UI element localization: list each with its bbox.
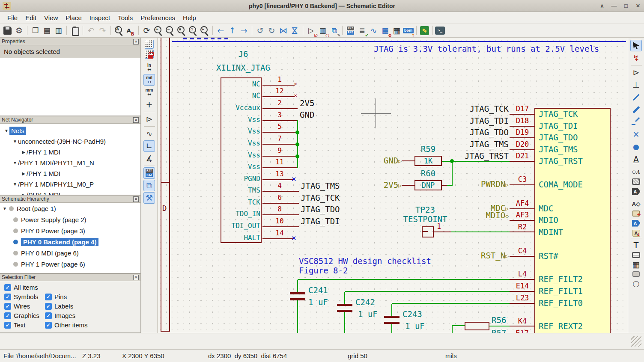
pin-number[interactable]: C3 bbox=[511, 175, 534, 184]
menu-tools[interactable]: Tools bbox=[114, 12, 137, 23]
r60-reference[interactable]: R60 bbox=[414, 169, 442, 178]
ic-pin-name[interactable]: MDC bbox=[539, 204, 553, 213]
wire[interactable] bbox=[402, 160, 414, 161]
checkbox-checked-icon[interactable] bbox=[4, 284, 11, 291]
zoom-fit-icon[interactable]: ▪ bbox=[176, 25, 187, 36]
pin-number[interactable]: D19 bbox=[511, 128, 534, 136]
ic-pin-name[interactable]: RST# bbox=[539, 252, 558, 261]
pin-wire[interactable] bbox=[510, 231, 534, 232]
close-hierarchy-icon[interactable] bbox=[133, 196, 139, 202]
schematic-setup-icon[interactable]: ⚙ bbox=[13, 25, 25, 36]
checkbox-checked-icon[interactable] bbox=[4, 303, 11, 310]
jtag-note-text[interactable]: JTAG is 3.3V tolerant, but runs at 2.5V … bbox=[374, 45, 599, 53]
collapse-icon[interactable]: ▼ bbox=[12, 182, 18, 187]
pin-number[interactable]: 13 bbox=[267, 170, 292, 178]
place-power-icon[interactable]: ⊥ bbox=[630, 79, 642, 91]
net-label-jtag-tdo[interactable]: JTAG_TDO bbox=[301, 205, 340, 214]
pin-name[interactable]: Vss bbox=[222, 116, 260, 124]
fields-table-icon[interactable]: ▦ bbox=[391, 25, 402, 36]
checkbox-checked-icon[interactable] bbox=[45, 322, 52, 329]
net-label-icon[interactable]: A bbox=[630, 154, 642, 165]
net-label-jtag-tms[interactable]: JTAG_TMS bbox=[301, 181, 340, 190]
no-connect-icon[interactable]: ✕ bbox=[630, 129, 642, 140]
junction-icon[interactable]: ● bbox=[630, 141, 642, 153]
net-label[interactable]: JTAG_TRST bbox=[432, 151, 509, 160]
free-angle-lines-icon[interactable]: ∿ bbox=[143, 128, 155, 139]
pin-name[interactable]: TCK bbox=[222, 199, 260, 206]
tp23-reference[interactable]: TP23 bbox=[402, 205, 449, 214]
pin-number[interactable]: 3 bbox=[267, 111, 292, 119]
hierarchy-label[interactable]: PHY 0 MDI (page 6) bbox=[21, 249, 79, 257]
pin-wire[interactable] bbox=[510, 161, 534, 162]
filter-option[interactable]: All items bbox=[4, 284, 136, 291]
hierarchy-label[interactable]: PHY 0 Power (page 3) bbox=[21, 227, 85, 234]
pin-wire[interactable] bbox=[510, 326, 534, 326]
rotate-ccw-icon[interactable]: ↺ bbox=[254, 25, 266, 36]
filter-option[interactable]: Images bbox=[45, 312, 136, 319]
console-icon[interactable]: >_ bbox=[435, 27, 445, 35]
c241-value[interactable]: 1 uF bbox=[308, 298, 328, 307]
r56-body[interactable] bbox=[465, 322, 489, 330]
filter-option[interactable]: Symbols bbox=[4, 293, 45, 300]
bom-icon[interactable]: bom↑ bbox=[402, 25, 414, 36]
net-tree-label[interactable]: /PHY 1 MDI/PHY11_M0_P bbox=[18, 181, 94, 188]
select-icon[interactable] bbox=[630, 40, 642, 51]
pin-number[interactable]: D17 bbox=[511, 105, 534, 113]
ic-pin-name[interactable]: JTAG_TDI bbox=[539, 122, 578, 131]
close-properties-icon[interactable] bbox=[133, 39, 139, 45]
pin-name[interactable]: Vss bbox=[222, 128, 260, 135]
expand-icon[interactable]: ▶ bbox=[21, 193, 27, 195]
capacitor-plate[interactable] bbox=[384, 316, 400, 318]
ic-pin-name[interactable]: COMA_MODE bbox=[539, 180, 583, 189]
pin-wire[interactable] bbox=[262, 179, 293, 180]
close-icon[interactable]: ✕ bbox=[632, 0, 644, 12]
j6-value[interactable]: XILINX_JTAG bbox=[205, 63, 282, 72]
units-inch-icon[interactable]: in bbox=[143, 62, 155, 73]
zoom-selection-icon[interactable]: ▸ bbox=[199, 25, 210, 36]
j6-reference[interactable]: J6 bbox=[222, 50, 265, 59]
text-icon[interactable]: T bbox=[630, 240, 642, 251]
pin-number[interactable]: D21 bbox=[511, 152, 534, 160]
rectangle-icon[interactable] bbox=[632, 271, 640, 277]
c242-value[interactable]: 1 uF bbox=[358, 310, 378, 319]
annotate-auto-icon[interactable]: R??R42 bbox=[143, 167, 155, 179]
pin-name[interactable]: TDI_OUT bbox=[222, 222, 260, 230]
plot-icon[interactable]: ▥ bbox=[53, 25, 64, 36]
wire[interactable] bbox=[345, 291, 510, 292]
net-tree-item[interactable]: ▶/PHY 1 MDI bbox=[0, 147, 140, 157]
ic-pin-name[interactable]: REF_REXT2 bbox=[539, 322, 583, 331]
find-icon[interactable]: A bbox=[113, 25, 125, 36]
menu-inspect[interactable]: Inspect bbox=[86, 12, 114, 23]
net-label[interactable]: JTAG_TMS bbox=[432, 140, 509, 149]
c243-value[interactable]: 1 uF bbox=[405, 322, 425, 331]
pin-wire[interactable] bbox=[262, 191, 299, 192]
net-label-gnd[interactable]: GND bbox=[300, 110, 314, 119]
save-icon[interactable] bbox=[2, 25, 13, 36]
menu-preferences[interactable]: Preferences bbox=[137, 12, 179, 23]
wire[interactable] bbox=[344, 292, 345, 304]
minimize-icon[interactable]: — bbox=[608, 0, 620, 12]
wire[interactable] bbox=[391, 324, 392, 333]
pin-wire[interactable] bbox=[262, 226, 299, 227]
bus-entry-icon[interactable] bbox=[630, 116, 642, 128]
j6-symbol-body[interactable] bbox=[221, 77, 262, 243]
net-tree-item[interactable]: ▼/PHY 1 MDI/PHY11_M0_P bbox=[0, 179, 140, 190]
graphic-line[interactable] bbox=[172, 41, 626, 42]
pin-number[interactable]: 5 bbox=[267, 123, 292, 131]
highlight-net-icon[interactable]: ↯ bbox=[630, 52, 642, 64]
c241-reference[interactable]: C241 bbox=[308, 286, 328, 295]
refresh-icon[interactable]: ⟳ bbox=[141, 25, 152, 36]
nav-back-icon[interactable]: ← bbox=[215, 25, 227, 36]
net-label[interactable]: JTAG_TDO bbox=[432, 128, 509, 137]
grid-visibility-icon[interactable] bbox=[145, 40, 154, 49]
pin-number[interactable]: 2 bbox=[267, 99, 292, 107]
pin-number[interactable]: D20 bbox=[511, 140, 534, 148]
pin-number[interactable]: 1 bbox=[267, 76, 292, 83]
properties-panel-icon[interactable]: ⚒ bbox=[143, 192, 155, 204]
pin-name[interactable]: NC bbox=[222, 92, 260, 100]
tp23-value[interactable]: TESTPOINT bbox=[393, 215, 457, 224]
hierarchy-label[interactable]: Root (page 1) bbox=[17, 205, 56, 212]
hierarchy-label[interactable]: PHY 1 Backend (page 7) bbox=[21, 272, 92, 273]
hierarchy-item[interactable]: ▼Root (page 1) bbox=[0, 203, 140, 214]
paste-icon[interactable] bbox=[69, 25, 80, 36]
